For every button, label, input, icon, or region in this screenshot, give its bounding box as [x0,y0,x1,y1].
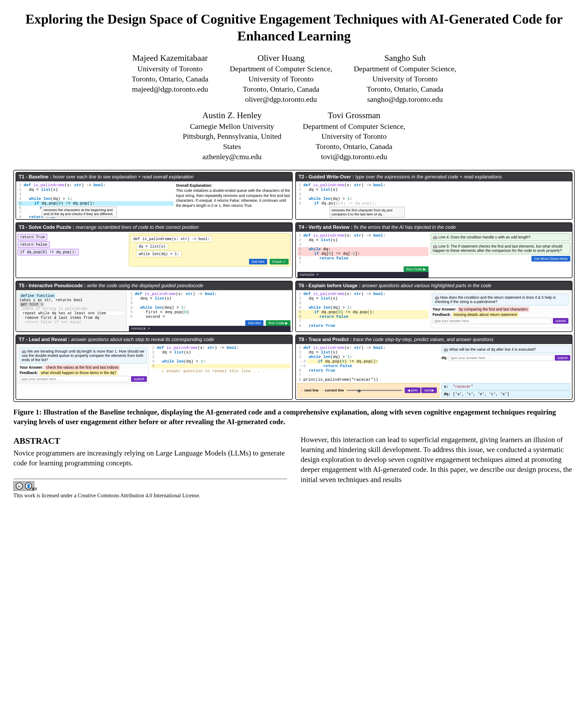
console-bar[interactable]: console > [297,272,428,278]
authors-row-2: Austin Z. Henley Carnegie Mellon Univers… [14,110,574,162]
pseudo-line: check if string is palindrome [20,307,125,311]
panel-desc: answer questions about each step to reve… [71,337,214,342]
submit-button[interactable]: submit [555,355,570,361]
panel-title: T3 - Solve Code Puzzle : [19,225,74,230]
next-button[interactable]: next ▶ [421,387,437,393]
qa-box: 🤖How does the condition and the return s… [431,292,570,328]
run-code-button[interactable]: Run Code ▶ [266,320,291,326]
panel-title: T7 - Lead and Reveal : [19,337,70,342]
code-block: 1def is_palindrome(s: str) -> bool: 2dq … [151,346,291,384]
robot-icon: 🤖 [433,244,437,248]
submit-button[interactable]: submit [553,318,568,324]
author-email: tovi@dgp.toronto.edu [303,152,405,162]
code-chip[interactable]: return False [18,241,49,248]
puzzle-chips: return True return False if dq.pop(0) !=… [18,233,127,266]
overall-text: This code initializes a double-ended que… [176,188,291,208]
qa-box: 🤖We are iterating through until dq lengt… [18,346,149,384]
author-aff: University of Toronto [303,131,405,142]
author-email: majeed@dgp.toronto.edu [132,84,209,94]
code-chip[interactable]: return True [18,234,47,240]
code-block: 1def is_palindrome(s: str) -> bool: 2dq … [297,292,428,328]
answer-input[interactable] [20,376,129,382]
panel-t3: T3 - Solve Code Puzzle : rearrange scram… [16,223,293,278]
robot-icon: 🤖 [22,349,26,353]
pseudo-line: repeat while dq has at least one item [20,311,125,316]
author-email: sangho@dgp.toronto.edu [354,94,456,105]
overall-explanation: Overall Explanation: This code initializ… [176,183,291,217]
license-footnote: cc 👤 BY This work is licensed under a Cr… [14,479,287,499]
get-hint-button[interactable]: Get Hint [245,320,264,326]
code-block: 1def is_palindrome(s: str) -> bool: 2dq … [18,183,174,217]
figure-caption: Figure 1: Illustration of the Baseline t… [14,407,574,427]
placed-chip[interactable]: def is_palindrome(s: str) -> bool: [131,236,212,242]
panel-desc: rearrange scrambled lines of code to the… [76,225,198,230]
cc-badge: cc 👤 [14,481,34,491]
write-over-tooltip: removes the first character from dq and … [330,207,405,217]
abstract-text-right: However, this interaction can lead to su… [301,435,574,485]
reveal-hint: ↳ answer question to reveal this line . … [151,368,291,374]
get-hint-inline[interactable]: get hint > [20,302,44,307]
panel-header: T7 - Lead and Reveal : answer questions … [16,335,292,344]
panel-header: T5 - Interactive Pseudocode : write the … [16,281,292,290]
question-box: 🤖We are iterating through until dq lengt… [20,347,147,364]
abstract-text-left: Novice programmers are increasingly rely… [14,448,287,468]
author-aff: Toronto, Ontario, Canada [354,84,456,94]
review-questions: 🤖Line 4: Does the condition handle s wit… [431,233,570,278]
slider-thumb[interactable] [358,389,361,393]
panel-desc: answer questions about various highlight… [362,283,491,288]
cc-by-icon: 👤 [25,483,32,489]
author-name: Tovi Grossman [303,110,405,121]
placed-chip[interactable]: dq = list(s) [136,243,168,250]
panel-header: T3 - Solve Code Puzzle : rearrange scram… [16,223,292,232]
feedback-label: Feedback: [433,312,451,317]
robot-icon: 🤖 [444,347,448,352]
state-display: s: "racecar" dq: ['a', 'c', 'e', 'c', 'a… [441,383,570,398]
panel-header: T8 - Trace and Predict : trace the code … [296,335,572,344]
prev-button[interactable]: ◀ prev [405,387,420,393]
author-block: Majeed Kazemitabaar University of Toront… [132,52,209,104]
more-hints-button[interactable]: Get More Direct Hints [531,256,570,261]
panel-title: T2 - Guided Write-Over : [298,174,354,180]
robot-icon: 🤖 [435,295,439,299]
code-block: 1def is_palindrome(s: str) -> bool: 2dq … [297,233,428,278]
code-chip[interactable]: if dq.pop(0) != dq.pop(): [18,249,79,255]
get-hint-button[interactable]: Get Hint [249,259,267,265]
submit-button[interactable]: submit [131,376,147,382]
run-code-button[interactable]: Run Code ▶ [404,266,428,272]
arrow-green-icon: → [320,388,324,392]
code-block: 1def is_palindrome(s: str) -> bool: 2dq … [297,346,439,382]
author-name: Austin Z. Henley [183,110,281,121]
user-answer: check the values at the first and last i… [44,365,120,370]
code-block: 1def is_palindrome(s: str) -> bool: 2dq … [297,183,570,217]
panel-desc: trace the code step-by-step, predict val… [353,337,493,342]
author-aff: Toronto, Ontario, Canada [303,142,405,152]
panel-header: T1 - Baseline : hover over each line to … [16,172,292,182]
console-bar[interactable]: console > [129,326,291,332]
user-answer: by comparing the first and last characte… [458,307,529,312]
panel-desc: hover over each line to see explanation … [53,174,193,180]
predict-input[interactable] [449,355,553,361]
question-box: 🤖How does the condition and the return s… [433,294,568,305]
author-aff: Toronto, Ontario, Canada [230,84,332,94]
puzzle-drop-area[interactable]: def is_palindrome(s: str) -> bool: dq = … [129,233,291,266]
check-button[interactable]: Check ✓ [270,259,289,265]
panel-desc: fix the errors that the AI has injected … [354,225,456,230]
feedback-text: what should happen to those items in the… [39,370,118,375]
question-box: 🤖Line 4: Does the condition handle s wit… [431,233,570,241]
dq-label: dq: [441,356,447,360]
robot-icon: 🤖 [433,235,437,239]
author-email: oliver@dgp.toronto.edu [230,94,332,105]
author-block: Sangho Suh Department of Computer Scienc… [354,52,456,104]
answer-input[interactable] [433,318,551,324]
paper-title: Exploring the Design Space of Cognitive … [14,11,574,44]
author-aff: Department of Computer Science, [230,64,332,74]
answer-label: Your Answer: [433,307,456,311]
panel-desc: write the code using the displayed guide… [87,283,203,288]
code-block[interactable]: 1def is_palindrome(s: str) -> bool: 2deq… [129,292,291,332]
placed-chip[interactable]: while len(dq) > 1: [136,251,182,257]
author-aff: Toronto, Ontario, Canada [132,74,209,84]
predict-box: 🤖What will be the value of dq after line… [441,346,570,382]
trace-controls: → next line → current line ◀ prev next ▶ [297,383,439,398]
author-name: Oliver Huang [230,52,332,64]
question-box: 🤖Line 5: The if statement checks the fir… [431,242,570,254]
